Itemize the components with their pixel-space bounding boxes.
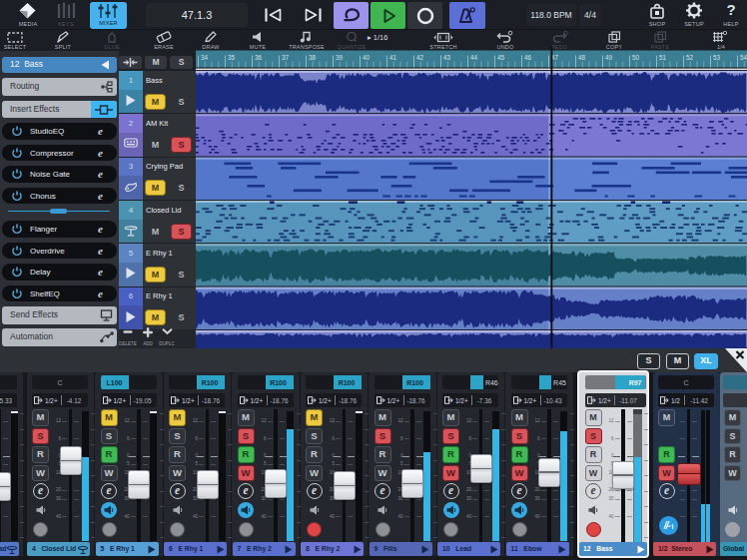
svg-text:49: 49 [605, 54, 613, 61]
svg-text:51: 51 [659, 54, 667, 61]
svg-text:39: 39 [336, 54, 344, 61]
svg-text:37: 37 [282, 54, 290, 61]
svg-text:45: 45 [497, 54, 505, 61]
svg-text:40: 40 [363, 54, 371, 61]
svg-text:36: 36 [255, 54, 263, 61]
svg-text:54: 54 [740, 54, 747, 61]
svg-text:50: 50 [632, 54, 640, 61]
svg-text:42: 42 [416, 54, 424, 61]
svg-text:43: 43 [443, 54, 451, 61]
svg-text:44: 44 [470, 54, 478, 61]
svg-text:53: 53 [713, 54, 721, 61]
svg-text:46: 46 [524, 54, 532, 61]
svg-text:48: 48 [578, 54, 586, 61]
svg-text:34: 34 [201, 54, 209, 61]
svg-text:38: 38 [309, 54, 317, 61]
svg-text:52: 52 [686, 54, 694, 61]
svg-text:41: 41 [389, 54, 397, 61]
svg-text:35: 35 [228, 54, 236, 61]
